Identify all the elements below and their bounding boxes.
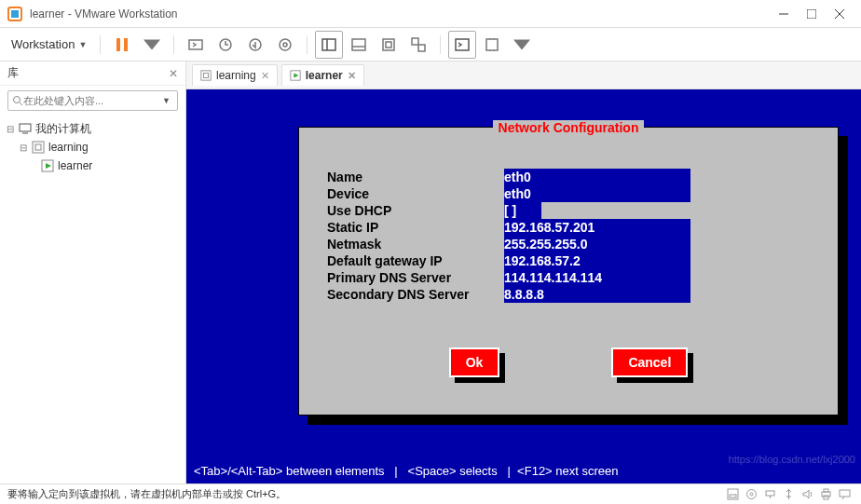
library-tree: ⊟ 我的计算机 ⊟ learning learner: [0, 116, 185, 179]
separator: [307, 35, 308, 54]
fullscreen-dropdown[interactable]: [508, 31, 536, 59]
dialog-buttons: Ok Cancel: [299, 347, 838, 377]
field-label-dns1: Primary DNS Server: [327, 269, 504, 286]
field-value-dns2[interactable]: 8.8.8.8: [504, 286, 690, 303]
workstation-menu-label: Workstation: [11, 37, 75, 51]
svg-point-39: [746, 490, 756, 499]
device-printer-icon[interactable]: [816, 487, 835, 502]
svg-point-12: [280, 39, 291, 50]
device-disk-icon[interactable]: [723, 487, 742, 502]
search-input[interactable]: [23, 95, 159, 106]
svg-point-13: [283, 43, 287, 47]
vm-on-icon: [41, 159, 54, 172]
tree-item-label: learner: [58, 159, 92, 172]
toolbar: Workstation ▼: [0, 28, 861, 61]
search-dropdown-icon[interactable]: ▼: [159, 96, 173, 105]
svg-rect-3: [807, 9, 816, 19]
svg-rect-29: [33, 142, 44, 153]
snapshot-button[interactable]: [212, 31, 239, 59]
manage-snapshot-button[interactable]: [271, 31, 299, 59]
svg-rect-14: [322, 39, 335, 50]
revert-snapshot-button[interactable]: [241, 31, 269, 59]
tab-strip: learning ✕ learner ✕: [186, 61, 861, 89]
field-label-gateway: Default gateway IP: [327, 252, 504, 269]
field-label-name: Name: [327, 169, 504, 185]
status-bar: 要将输入定向到该虚拟机，请在虚拟机内部单击或按 Ctrl+G。: [0, 484, 861, 504]
show-sidebar-button[interactable]: [315, 31, 343, 59]
pause-button[interactable]: [108, 31, 136, 59]
svg-rect-18: [383, 39, 394, 50]
field-value-device[interactable]: eth0: [504, 185, 690, 202]
svg-rect-38: [730, 495, 736, 497]
console-button[interactable]: [448, 31, 476, 59]
window-title: learner - VMware Workstation: [30, 7, 178, 20]
field-value-gateway[interactable]: 192.168.57.2: [504, 252, 690, 269]
ok-button[interactable]: Ok: [449, 347, 500, 377]
field-value-name[interactable]: eth0: [504, 169, 690, 185]
field-label-ip: Static IP: [327, 219, 504, 236]
tab-learning[interactable]: learning ✕: [192, 64, 278, 86]
cancel-button[interactable]: Cancel: [611, 347, 688, 377]
vmware-icon: [7, 7, 22, 21]
separator: [173, 35, 174, 54]
tree-item-label: learning: [48, 141, 89, 154]
device-message-icon[interactable]: [835, 487, 854, 502]
minimize-button[interactable]: [770, 1, 798, 27]
svg-marker-36: [294, 73, 298, 77]
library-header: 库 ✕: [0, 61, 185, 86]
collapse-icon[interactable]: ⊟: [6, 124, 15, 134]
vm-off-icon: [32, 141, 45, 154]
dialog-fields: Nameeth0 Deviceeth0 Use DHCP[ ] Static I…: [327, 169, 690, 303]
svg-rect-21: [418, 45, 425, 51]
svg-rect-34: [203, 73, 208, 77]
title-bar: learner - VMware Workstation: [0, 0, 861, 28]
library-header-label: 库: [7, 65, 19, 81]
field-label-device: Device: [327, 185, 504, 202]
svg-rect-41: [766, 491, 774, 496]
tree-item-learner[interactable]: learner: [2, 157, 184, 175]
close-sidebar-button[interactable]: ✕: [169, 67, 178, 80]
collapse-icon[interactable]: ⊟: [19, 143, 28, 153]
device-usb-icon[interactable]: [779, 487, 798, 502]
unity-button[interactable]: [404, 31, 432, 59]
field-value-dhcp[interactable]: [ ]: [504, 202, 541, 219]
close-tab-icon[interactable]: ✕: [348, 70, 356, 82]
tree-item-learning[interactable]: ⊟ learning: [2, 138, 184, 157]
show-bottom-button[interactable]: [345, 31, 373, 59]
field-value-ip[interactable]: 192.168.57.201: [504, 219, 690, 236]
watermark: https://blog.csdn.net/lxj2000: [729, 454, 855, 465]
library-search[interactable]: ▼: [7, 90, 178, 111]
svg-marker-32: [46, 163, 51, 169]
close-button[interactable]: [826, 1, 854, 27]
vm-off-icon: [200, 70, 212, 81]
workstation-menu[interactable]: Workstation ▼: [6, 34, 92, 55]
svg-rect-23: [486, 39, 498, 50]
svg-rect-20: [412, 38, 418, 45]
device-sound-icon[interactable]: [798, 487, 816, 502]
svg-marker-43: [803, 490, 809, 498]
fullscreen-button[interactable]: [478, 31, 506, 59]
svg-point-40: [750, 493, 753, 496]
vm-console[interactable]: Network Configuration Nameeth0 Deviceeth…: [186, 89, 861, 484]
field-value-netmask[interactable]: 255.255.255.0: [504, 236, 690, 252]
svg-point-25: [14, 97, 20, 103]
fit-guest-button[interactable]: [375, 31, 403, 59]
device-cd-icon[interactable]: [742, 487, 760, 502]
field-value-dns1[interactable]: 114.114.114.114: [504, 269, 690, 286]
tab-learner[interactable]: learner ✕: [281, 64, 364, 86]
svg-rect-33: [201, 71, 211, 80]
device-network-icon[interactable]: [760, 487, 779, 502]
maximize-button[interactable]: [798, 1, 826, 27]
separator: [440, 35, 441, 54]
computer-icon: [19, 122, 32, 135]
svg-marker-24: [513, 39, 530, 49]
power-dropdown[interactable]: [138, 31, 166, 59]
close-tab-icon[interactable]: ✕: [261, 70, 269, 82]
separator: [100, 35, 101, 54]
send-input-button[interactable]: [182, 31, 210, 59]
tree-root[interactable]: ⊟ 我的计算机: [2, 119, 184, 138]
field-label-dhcp: Use DHCP: [327, 202, 504, 219]
dialog-title: Network Configuration: [299, 120, 838, 135]
svg-rect-7: [124, 38, 128, 51]
tree-root-label: 我的计算机: [35, 121, 91, 137]
